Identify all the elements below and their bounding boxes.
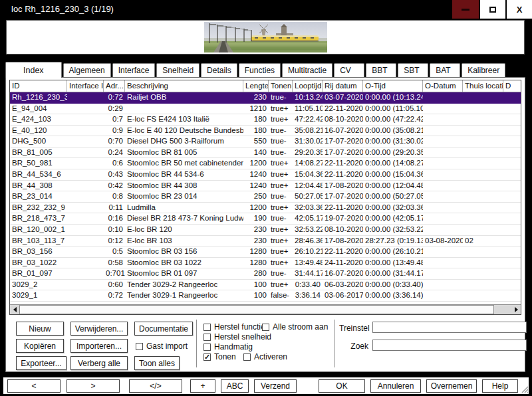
train-photo (204, 22, 327, 52)
overnemen-button[interactable]: Overnemen (426, 379, 477, 393)
kopieren-button[interactable]: Kopiëren (16, 339, 64, 353)
tab-functies[interactable]: Functies (239, 63, 281, 77)
cell (423, 290, 463, 301)
column-header[interactable]: ID (10, 80, 67, 92)
tab-bar: IndexAlgemeenInterfaceSnelheidDetailsFun… (5, 62, 527, 77)
exporteer-button[interactable]: Exporteer... (16, 356, 66, 370)
tab-interface[interactable]: Interface (112, 63, 156, 77)
nieuw-button[interactable]: Nieuw (16, 322, 64, 336)
column-header[interactable]: Thuis locatie (463, 80, 503, 92)
cell: 0:10 (104, 225, 125, 235)
documentatie-button[interactable]: Documentatie (134, 322, 193, 336)
table-row[interactable]: BR_103_113_70:12E-loc BR 103230true+28:4… (10, 236, 521, 247)
maximize-button[interactable] (479, 0, 505, 19)
table-row[interactable]: E_424_1030:7E-loc FS E424 103 Italië180t… (10, 114, 521, 126)
table-row[interactable]: E_40_1200:9E-loc E 40 120 Deutsche Bunde… (10, 126, 521, 137)
activeren-checkbox[interactable]: Activeren (243, 352, 287, 361)
compare-button[interactable]: </> (129, 379, 182, 393)
cell (463, 148, 503, 158)
resize-grip[interactable] (521, 385, 528, 393)
tab-snelheid[interactable]: Snelheid (156, 63, 200, 77)
table-row[interactable]: BR_232_232_90:11Ludmilla1200true+32:03.3… (10, 203, 521, 214)
close-button[interactable]: X (505, 0, 532, 19)
cell (67, 126, 104, 136)
cell: true- (269, 92, 293, 103)
cell: Tender 3029-2 Rangeerloc (125, 280, 243, 290)
cell (423, 258, 463, 268)
column-header[interactable]: D (503, 80, 521, 92)
table-row[interactable]: Rh_1216_230_30:72Railjet OBB230true-10:1… (10, 92, 521, 104)
column-header[interactable]: Adr... (104, 80, 125, 92)
column-header[interactable]: Looptijd (293, 80, 323, 92)
cell: 22-11-2020 (323, 104, 363, 114)
verberg-alle-button[interactable]: Verberg alle (70, 356, 128, 370)
table-row[interactable]: 3029_10:72Tender 3029-1 Rangeerloc100fal… (10, 290, 521, 302)
herstel-snelheid-checkbox[interactable]: Herstel snelheid (203, 332, 271, 342)
table-row[interactable]: BR_44_534_60:43Stoomloc BR 44 534-61240t… (10, 169, 521, 181)
column-header[interactable]: O-Datum (423, 80, 463, 92)
ok-button[interactable]: OK (319, 379, 365, 393)
tab-bat[interactable]: BAT (430, 63, 460, 77)
cell: 0:00.00 (12:04.48) (363, 181, 423, 191)
table-row[interactable]: BR_218_473_70:16Diesel BR 218 473-7 Koni… (10, 213, 521, 225)
verzend-button[interactable]: Verzend (254, 379, 297, 393)
herstel-functies-checkbox[interactable]: Herstel functies (203, 322, 269, 332)
table-row[interactable]: BR_03_10220:58Stoomloc BR 03 10221280tru… (10, 258, 521, 269)
handmatig-checkbox[interactable]: Handmatig (203, 342, 253, 351)
scroll-left-button[interactable] (10, 305, 19, 314)
scroll-right-button[interactable] (511, 305, 521, 314)
tab-multitractie[interactable]: Multitractie (282, 63, 332, 77)
gast-import-checkbox[interactable]: Gast import (136, 342, 188, 351)
prev-loc-button[interactable]: < (7, 379, 61, 393)
table-row[interactable]: DHG_5000:70Diesel DHG 500 3-Railforum550… (10, 136, 521, 148)
next-loc-button[interactable]: > (66, 379, 120, 393)
table-row[interactable]: BR_03_1560:5Stoomloc BR 03 1561280true+2… (10, 247, 521, 258)
table-row[interactable]: BR_50_9810:6Stoomloc BR 50 met cabineten… (10, 158, 521, 169)
cell (423, 158, 463, 169)
cell: 0:29 (104, 104, 125, 114)
verwijderen-button[interactable]: Verwijderen... (70, 322, 128, 336)
horizontal-scrollbar[interactable] (10, 304, 521, 314)
tab-index[interactable]: Index (5, 62, 62, 78)
table-row[interactable]: BR_01_0970:701Stoomloc BR 01 097280true-… (10, 268, 521, 280)
column-header[interactable]: Tonen (269, 80, 293, 92)
column-header[interactable]: O-Tijd (363, 80, 423, 92)
tab-cv[interactable]: CV (334, 63, 364, 77)
column-header[interactable]: Rij datum (323, 80, 363, 92)
cell: 28:27.23 (0:19.13) (363, 236, 423, 247)
toon-alles-button[interactable]: Toon alles (134, 356, 180, 370)
tab-bbt[interactable]: BBT (366, 63, 396, 77)
cell (463, 247, 503, 257)
importeren-button[interactable]: Importeren... (70, 339, 128, 353)
plus-button[interactable]: + (190, 379, 215, 393)
table-row[interactable]: BR_23_0140:8Stoomloc BR 23 014250true-50… (10, 191, 521, 203)
table-row[interactable]: BR_44_3080:42Stoomloc BR 44 3081240true+… (10, 181, 521, 192)
table-row[interactable]: BR_81_0050:24Stoomloc BR 81 005140true-2… (10, 148, 521, 159)
column-header[interactable]: Interface ID (67, 80, 104, 92)
zoek-input[interactable] (372, 340, 527, 351)
column-header[interactable]: Lengte (243, 80, 269, 92)
minimize-button[interactable] (452, 0, 479, 19)
cell (423, 104, 463, 114)
table-row[interactable]: 3029_20:60Tender 3029-2 Rangeerloc100tru… (10, 280, 521, 291)
checkbox-icon (203, 353, 211, 361)
cell: 0:33.40 (293, 280, 323, 290)
tab-algemeen[interactable]: Algemeen (63, 63, 111, 77)
tab-kalibreer[interactable]: Kalibreer (462, 63, 505, 77)
table-row[interactable]: E_94_0040:291210true+11:05.1022-11-20200… (10, 104, 521, 115)
abc-button[interactable]: ABC (221, 379, 249, 393)
cell: 180 (243, 126, 269, 136)
alle-stroom-aan-checkbox[interactable]: Alle stroom aan (262, 322, 328, 332)
tab-sbt[interactable]: SBT (398, 63, 428, 77)
table-row[interactable]: BR_120_002_10:10E-loc BR 120230true+32:5… (10, 225, 521, 236)
annuleren-button[interactable]: Annuleren (370, 379, 421, 393)
scrollbar-thumb[interactable] (19, 305, 494, 314)
help-button[interactable]: Help (482, 379, 518, 393)
treinstel-label: Treinstel (339, 324, 368, 333)
tonen-checkbox[interactable]: Tonen (203, 352, 236, 361)
scrollbar-track[interactable] (494, 305, 511, 314)
column-header[interactable]: Beschrijving (125, 80, 243, 92)
cell: 0:60 (104, 280, 125, 290)
tab-details[interactable]: Details (201, 63, 237, 77)
treinstel-input[interactable] (372, 322, 527, 333)
